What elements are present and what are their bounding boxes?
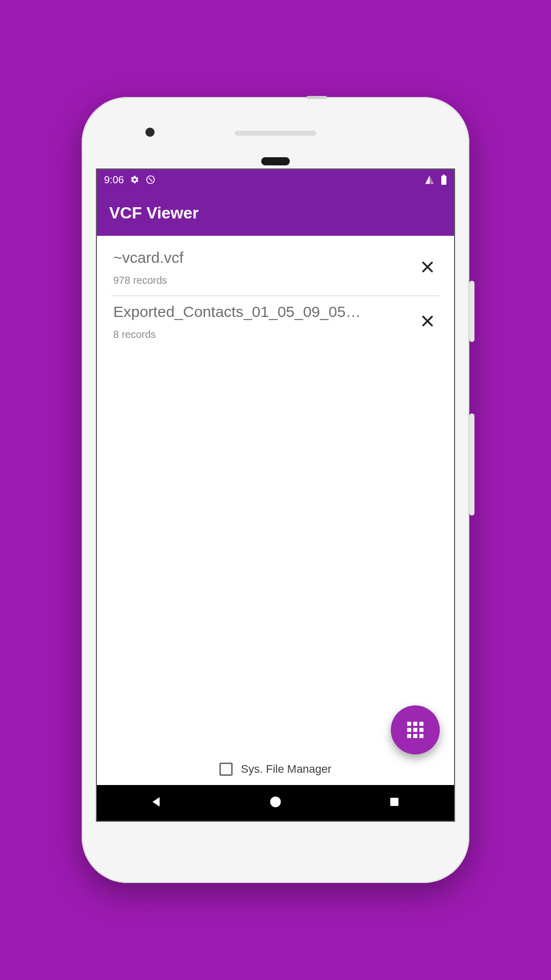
content-area: ~vcard.vcf 978 records Exported_Contacts… [97,236,454,785]
file-row[interactable]: Exported_Contacts_01_05_09_05… 8 records [111,296,440,350]
svg-rect-3 [443,175,445,176]
svg-rect-5 [390,798,398,806]
recents-square-icon [388,796,400,810]
svg-point-4 [270,797,281,807]
settings-update-icon [130,175,139,184]
no-sync-icon [145,175,156,185]
phone-frame: 9:06 x VCF Viewer [82,97,469,883]
battery-icon [441,175,447,185]
apps-grid-icon [407,722,423,738]
home-circle-icon [268,795,283,811]
remove-file-button[interactable] [417,258,438,278]
screen: 9:06 x VCF Viewer [96,168,455,822]
open-file-fab[interactable] [391,705,440,754]
status-bar-left: 9:06 [104,174,156,186]
file-name: ~vcard.vcf [113,249,417,266]
nav-back-button[interactable] [126,791,187,815]
status-bar-right: x [424,175,447,185]
close-icon [420,259,435,277]
status-time: 9:06 [104,174,124,186]
app-bar: VCF Viewer [97,190,454,236]
file-subtitle: 8 records [113,329,417,340]
sys-file-manager-label: Sys. File Manager [241,763,331,776]
nav-recents-button[interactable] [364,791,425,815]
phone-sensor [261,157,290,165]
file-list: ~vcard.vcf 978 records Exported_Contacts… [97,236,454,350]
close-icon [420,313,435,331]
file-name: Exported_Contacts_01_05_09_05… [113,303,417,321]
file-text: Exported_Contacts_01_05_09_05… 8 records [113,303,417,340]
sys-file-manager-row[interactable]: Sys. File Manager [97,763,454,776]
phone-notch-tab [307,96,327,99]
sys-file-manager-checkbox[interactable] [219,763,233,776]
status-bar: 9:06 x [97,169,454,190]
phone-speaker [235,131,316,136]
cell-signal-icon: x [424,175,435,185]
phone-camera [145,128,155,137]
back-triangle-icon [149,795,164,811]
svg-rect-2 [441,176,446,185]
app-title: VCF Viewer [109,204,198,223]
file-row[interactable]: ~vcard.vcf 978 records [111,242,440,296]
system-nav-bar [97,785,454,821]
remove-file-button[interactable] [417,312,438,332]
file-text: ~vcard.vcf 978 records [113,249,417,286]
file-subtitle: 978 records [113,275,417,286]
nav-home-button[interactable] [245,791,306,815]
